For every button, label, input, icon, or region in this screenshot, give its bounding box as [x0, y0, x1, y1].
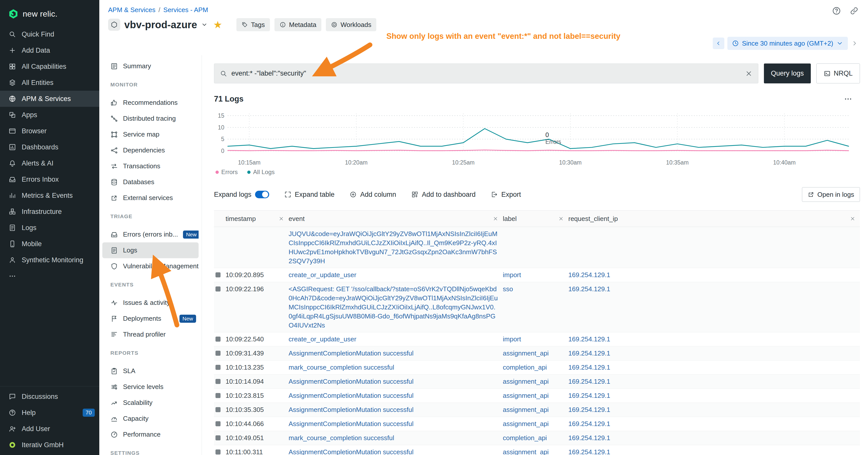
- row-checkbox[interactable]: [216, 287, 220, 292]
- column-header-request-client-ip[interactable]: request_client_ip: [568, 210, 860, 227]
- permalink-icon[interactable]: [849, 6, 859, 15]
- expand-table-button[interactable]: Expand table: [284, 191, 335, 198]
- remove-column-icon[interactable]: [558, 216, 564, 222]
- remove-column-icon[interactable]: [850, 216, 856, 222]
- sidebar-item-apm-services[interactable]: APM & Services: [0, 91, 99, 107]
- cell-event-link[interactable]: AssignmentCompletionMutation successful: [288, 448, 413, 455]
- cell-request-ip-link[interactable]: 169.254.129.1: [568, 335, 610, 343]
- export-button[interactable]: Export: [491, 191, 521, 198]
- sidebar-item-quick-find[interactable]: Quick Find: [0, 26, 99, 42]
- nrql-button[interactable]: NRQL: [816, 64, 860, 84]
- new-relic-logo[interactable]: new relic.: [0, 0, 99, 26]
- sidebar-item-logs[interactable]: Logs: [0, 220, 99, 236]
- cell-event-link[interactable]: <ASGIRequest: GET '/sso/callback/?state=…: [288, 285, 498, 329]
- subnav-item-issues-activity[interactable]: Issues & activity: [102, 295, 198, 311]
- cell-label-link[interactable]: import: [503, 271, 521, 279]
- sidebar-item-iterativ-gmbh[interactable]: Iterativ GmbH: [0, 437, 99, 453]
- subnav-item-recommendations[interactable]: Recommendations: [102, 95, 198, 110]
- subnav-item-errors-errors-inb[interactable]: Errors (errors inb... New: [102, 227, 198, 242]
- row-checkbox[interactable]: [216, 407, 220, 412]
- row-checkbox[interactable]: [216, 379, 220, 384]
- sidebar-item-apps[interactable]: Apps: [0, 107, 99, 123]
- row-checkbox[interactable]: [216, 435, 220, 441]
- subnav-item-external-services[interactable]: External services: [102, 190, 198, 206]
- log-row-item[interactable]: JUQVU&code=eyJraWQiOiJjcGltY29yZV8wOTl1M…: [214, 227, 860, 268]
- log-row-import[interactable]: 10:09:22.540 create_or_update_user impor…: [214, 332, 860, 347]
- cell-event-link[interactable]: AssignmentCompletionMutation successful: [288, 420, 413, 427]
- column-header-event[interactable]: event: [288, 210, 503, 227]
- cell-event-link[interactable]: create_or_update_user: [288, 271, 356, 279]
- subnav-item-deployments[interactable]: Deployments New: [102, 311, 198, 326]
- sidebar-item-item[interactable]: [0, 268, 99, 284]
- subnav-item-service-levels[interactable]: Service levels: [102, 379, 198, 395]
- favorite-star-icon[interactable]: ★: [213, 20, 222, 30]
- clear-query-icon[interactable]: [745, 70, 752, 77]
- sidebar-item-metrics-events[interactable]: Metrics & Events: [0, 188, 99, 203]
- row-checkbox[interactable]: [216, 393, 220, 398]
- log-row-assignment-api[interactable]: 10:10:14.094 AssignmentCompletionMutatio…: [214, 375, 860, 389]
- legend-item-all-logs[interactable]: All Logs: [247, 168, 275, 175]
- cell-label-link[interactable]: assignment_api: [503, 378, 549, 385]
- cell-request-ip-link[interactable]: 169.254.129.1: [568, 350, 610, 357]
- cell-request-ip-link[interactable]: 169.254.129.1: [568, 392, 610, 399]
- sidebar-item-infrastructure[interactable]: Infrastructure: [0, 203, 99, 220]
- cell-event-link[interactable]: mark_course_completion successful: [288, 434, 394, 442]
- subnav-item-performance[interactable]: Performance: [102, 426, 198, 443]
- row-checkbox[interactable]: [216, 336, 220, 342]
- sidebar-item-all-entities[interactable]: All Entities: [0, 74, 99, 91]
- cell-label-link[interactable]: completion_api: [503, 363, 547, 371]
- log-row-completion-api[interactable]: 10:10:13.235 mark_course_completion succ…: [214, 360, 860, 375]
- cell-event-link[interactable]: JUQVU&code=eyJraWQiOiJjcGltY29yZV8wOTl1M…: [288, 230, 497, 265]
- cell-request-ip-link[interactable]: 169.254.129.1: [568, 378, 610, 385]
- log-row-completion-api[interactable]: 10:10:49.051 mark_course_completion succ…: [214, 431, 860, 445]
- time-picker[interactable]: Since 30 minutes ago (GMT+2): [727, 37, 848, 50]
- column-header-timestamp[interactable]: timestamp: [225, 210, 288, 227]
- sidebar-item-synthetic-monitoring[interactable]: Synthetic Monitoring: [0, 252, 99, 268]
- expand-logs-toggle[interactable]: [255, 191, 269, 198]
- time-back-button[interactable]: [713, 37, 724, 49]
- cell-event-link[interactable]: AssignmentCompletionMutation successful: [288, 392, 413, 399]
- row-checkbox[interactable]: [216, 272, 220, 278]
- log-row-assignment-api[interactable]: 10:10:23.815 AssignmentCompletionMutatio…: [214, 389, 860, 403]
- row-checkbox[interactable]: [216, 450, 220, 455]
- log-row-assignment-api[interactable]: 10:10:35.305 AssignmentCompletionMutatio…: [214, 403, 860, 417]
- sidebar-item-all-capabilities[interactable]: All Capabilities: [0, 59, 99, 74]
- sidebar-item-dashboards[interactable]: Dashboards: [0, 139, 99, 155]
- sidebar-item-mobile[interactable]: Mobile: [0, 236, 99, 252]
- header-button-metadata[interactable]: Metadata: [275, 18, 321, 31]
- sidebar-item-help[interactable]: Help 70: [0, 404, 99, 421]
- cell-event-link[interactable]: AssignmentCompletionMutation successful: [288, 350, 413, 357]
- more-options-icon[interactable]: [844, 95, 852, 103]
- subnav-item-capacity[interactable]: Capacity: [102, 411, 198, 426]
- cell-label-link[interactable]: assignment_api: [503, 448, 549, 455]
- cell-request-ip-link[interactable]: 169.254.129.1: [568, 420, 610, 427]
- log-row-assignment-api[interactable]: 10:09:31.439 AssignmentCompletionMutatio…: [214, 347, 860, 360]
- cell-request-ip-link[interactable]: 169.254.129.1: [568, 271, 610, 279]
- cell-label-link[interactable]: assignment_api: [503, 406, 549, 414]
- subnav-item-dependencies[interactable]: Dependencies: [102, 142, 198, 158]
- breadcrumb-apm-services[interactable]: APM & Services: [108, 6, 155, 14]
- add-column-button[interactable]: Add column: [349, 191, 396, 198]
- breadcrumb-services-apm[interactable]: Services - APM: [163, 6, 208, 14]
- subnav-item-databases[interactable]: Databases: [102, 174, 198, 190]
- row-checkbox[interactable]: [216, 351, 220, 356]
- legend-item-errors[interactable]: Errors: [216, 168, 238, 175]
- subnav-item-sla[interactable]: SLA: [102, 363, 198, 379]
- sidebar-item-add-user[interactable]: Add User: [0, 421, 99, 437]
- subnav-item-service-map[interactable]: Service map: [102, 127, 198, 142]
- remove-column-icon[interactable]: [493, 216, 498, 222]
- cell-label-link[interactable]: import: [503, 335, 521, 343]
- sidebar-item-add-data[interactable]: Add Data: [0, 42, 99, 59]
- remove-column-icon[interactable]: [279, 216, 284, 222]
- cell-event-link[interactable]: AssignmentCompletionMutation successful: [288, 378, 413, 385]
- chevron-right-icon[interactable]: [851, 40, 858, 47]
- subnav-item-scalability[interactable]: Scalability: [102, 395, 198, 411]
- log-row-import[interactable]: 10:09:20.895 create_or_update_user impor…: [214, 268, 860, 282]
- add-to-dashboard-button[interactable]: Add to dashboard: [411, 191, 475, 198]
- cell-event-link[interactable]: AssignmentCompletionMutation successful: [288, 406, 413, 414]
- cell-request-ip-link[interactable]: 169.254.129.1: [568, 406, 610, 414]
- cell-label-link[interactable]: assignment_api: [503, 420, 549, 427]
- cell-event-link[interactable]: create_or_update_user: [288, 335, 356, 343]
- log-row-sso[interactable]: 10:09:22.196 <ASGIRequest: GET '/sso/cal…: [214, 282, 860, 332]
- sidebar-item-browser[interactable]: Browser: [0, 123, 99, 139]
